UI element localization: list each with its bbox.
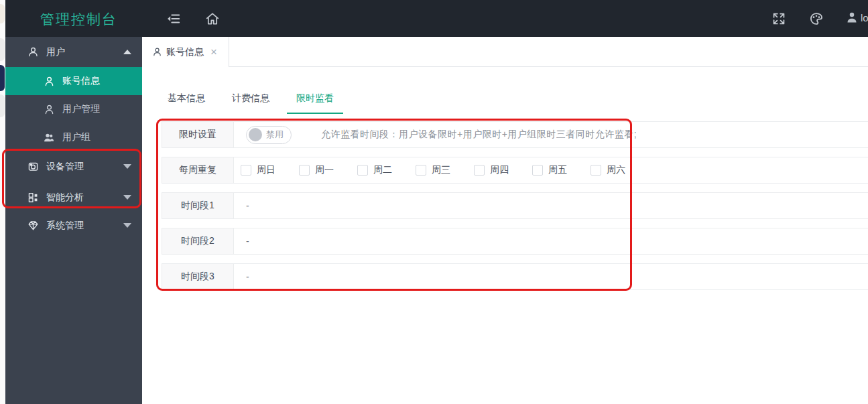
people-icon [44, 132, 55, 143]
checkbox-icon [474, 165, 485, 176]
chevron-up-icon [123, 50, 131, 54]
background-window-edge [0, 0, 5, 404]
form-row-period-2: 时间段2 - [162, 228, 868, 255]
fullscreen-icon[interactable] [771, 11, 786, 26]
period-value: - [246, 200, 249, 211]
checkbox-saturday[interactable]: 周六 [591, 164, 625, 176]
sidebar-item-device-management[interactable]: 设备管理 [5, 151, 142, 182]
checkbox-tuesday[interactable]: 周二 [357, 164, 392, 176]
subtabs: 基本信息 计费信息 限时监看 [158, 88, 351, 114]
toggle-state-label: 禁用 [266, 129, 284, 141]
sidebar-item-account-info[interactable]: 账号信息 [5, 67, 142, 95]
person-icon [44, 76, 55, 87]
checkbox-friday[interactable]: 周五 [532, 164, 567, 176]
tab-limit-watch[interactable]: 限时监看 [287, 88, 343, 114]
checkbox-icon [416, 165, 426, 176]
period-value: - [246, 271, 249, 282]
background-icon-fragment [0, 38, 5, 61]
checkbox-sunday[interactable]: 周日 [241, 164, 275, 176]
sidebar-item-user-group[interactable]: 用户组 [5, 123, 142, 151]
camera-icon [27, 161, 39, 172]
checkbox-icon [299, 165, 310, 176]
admin-console-page: 管理控制台 lo 用户 账号信 [0, 0, 868, 404]
row-label: 时间段3 [162, 264, 234, 289]
topbar: 管理控制台 lo [5, 0, 868, 37]
chevron-down-icon [123, 195, 131, 200]
checkbox-icon [357, 165, 368, 176]
sidebar-item-system-management[interactable]: 系统管理 [5, 210, 142, 241]
background-icon-fragment [0, 4, 5, 23]
sidebar-item-label: 系统管理 [46, 220, 84, 232]
background-icon-fragment [0, 65, 5, 91]
sidebar-item-label: 用户 [46, 46, 65, 58]
checkbox-monday[interactable]: 周一 [299, 164, 334, 176]
sidebar-item-users[interactable]: 用户 [5, 37, 142, 67]
tab-billing-info[interactable]: 计费信息 [223, 88, 279, 114]
checkbox-icon [532, 165, 543, 176]
row-label: 时间段1 [162, 193, 234, 218]
period-value: - [246, 236, 249, 247]
page-tabbar: 账号信息 × [142, 37, 868, 67]
background-icon-fragment [0, 94, 5, 117]
person-icon [44, 104, 55, 115]
form-row-limit-setting: 限时设置 禁用 允许监看时间段：用户设备限时+用户限时+用户组限时三者同时允许监… [162, 121, 868, 148]
tab-account-info[interactable]: 账号信息 × [142, 37, 229, 67]
tab-basic-info[interactable]: 基本信息 [158, 88, 214, 114]
row-label: 每周重复 [162, 157, 234, 183]
sidebar-item-label: 账号信息 [62, 75, 100, 87]
sidebar-item-user-management[interactable]: 用户管理 [5, 95, 142, 123]
row-label: 时间段2 [162, 228, 234, 254]
form-row-period-3: 时间段3 - [162, 263, 868, 290]
sidebar-item-smart-analysis[interactable]: 智能分析 [5, 182, 142, 212]
chevron-down-icon [123, 223, 131, 228]
sidebar: 用户 账号信息 用户管理 用户组 设备管理 [5, 37, 142, 404]
components-grid-icon [27, 192, 39, 203]
toggle-knob [249, 128, 262, 141]
home-icon[interactable] [205, 11, 220, 26]
limit-help-text: 允许监看时间段：用户设备限时+用户限时+用户组限时三者同时允许监看; [321, 129, 637, 141]
user-icon [845, 11, 859, 24]
app-title: 管理控制台 [40, 10, 117, 29]
checkbox-icon [591, 165, 601, 176]
gem-icon [27, 220, 39, 231]
sidebar-item-label: 用户管理 [62, 103, 100, 115]
form-row-weekly-repeat: 每周重复 周日 周一 周二 周三 周四 周五 周六 [162, 157, 868, 184]
row-label: 限时设置 [162, 122, 234, 147]
close-icon[interactable]: × [210, 46, 217, 58]
sidebar-item-label: 用户组 [62, 131, 90, 143]
sidebar-item-label: 智能分析 [46, 192, 84, 204]
user-outline-icon [27, 46, 39, 58]
palette-icon[interactable] [809, 11, 824, 26]
limit-toggle-switch[interactable]: 禁用 [246, 126, 292, 144]
main-content: 基本信息 计费信息 限时监看 限时设置 禁用 允许监看时间段：用户设备限时+用户… [142, 67, 868, 404]
sidebar-item-label: 设备管理 [46, 161, 84, 173]
checkbox-wednesday[interactable]: 周三 [416, 164, 450, 176]
form-row-period-1: 时间段1 - [162, 192, 868, 219]
chevron-down-icon [123, 164, 131, 169]
menu-fold-icon[interactable] [166, 11, 181, 26]
tab-label: 账号信息 [166, 46, 204, 58]
checkbox-thursday[interactable]: 周四 [474, 164, 509, 176]
person-icon [152, 47, 162, 57]
checkbox-icon [241, 165, 251, 176]
username-text: lo [861, 12, 868, 23]
user-menu[interactable]: lo [845, 11, 868, 24]
